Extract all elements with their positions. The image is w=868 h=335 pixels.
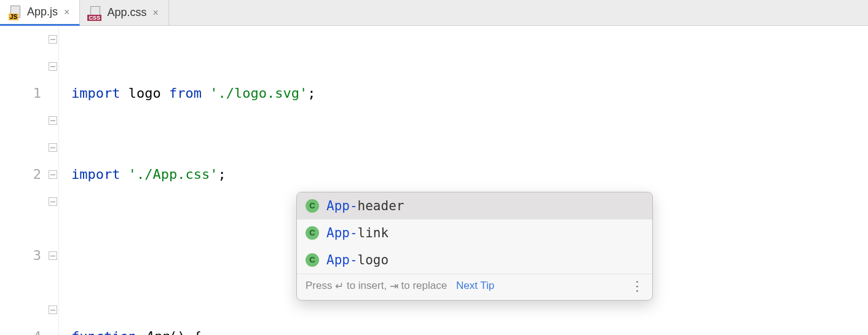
tab-bar: App.js × App.css ×: [0, 0, 868, 26]
autocomplete-item[interactable]: C App-link: [297, 219, 652, 246]
line-number: 3: [0, 242, 41, 269]
autocomplete-hint: Press ↵ to insert, ⇥ to replace Next Tip: [306, 277, 494, 295]
autocomplete-popup: C App-header C App-link C App-logo Press…: [296, 192, 653, 301]
line-number: 4: [0, 323, 41, 335]
gutter: 1 2 3 4 5 6 7 8 9 10 11: [0, 26, 59, 335]
fold-handle-icon[interactable]: [49, 62, 57, 71]
tab-label: App.js: [27, 6, 58, 18]
enter-key-icon: ↵: [335, 277, 344, 296]
line-number: 2: [0, 161, 41, 188]
fold-handle-icon[interactable]: [49, 305, 57, 314]
css-class-icon: C: [306, 253, 319, 267]
tab-app-js[interactable]: App.js ×: [0, 0, 80, 26]
code-line: function App() {: [71, 323, 868, 335]
code-line: import './App.css';: [71, 161, 868, 188]
autocomplete-footer: Press ↵ to insert, ⇥ to replace Next Tip…: [297, 274, 652, 300]
autocomplete-item-label: App-link: [326, 221, 389, 245]
tab-key-icon: ⇥: [390, 277, 398, 296]
autocomplete-item[interactable]: C App-logo: [297, 246, 652, 274]
fold-handle-icon[interactable]: [49, 116, 57, 125]
js-file-icon: [9, 6, 22, 19]
autocomplete-item[interactable]: C App-header: [297, 192, 652, 219]
close-icon[interactable]: ×: [151, 8, 159, 18]
tab-app-css[interactable]: App.css ×: [80, 0, 168, 25]
code-line: import logo from './logo.svg';: [71, 80, 868, 107]
fold-column: [47, 26, 58, 335]
css-class-icon: C: [306, 226, 319, 240]
css-file-icon: [89, 6, 102, 20]
fold-handle-icon[interactable]: [49, 197, 57, 206]
tab-label: App.css: [107, 6, 146, 19]
fold-handle-icon[interactable]: [49, 251, 57, 260]
autocomplete-item-label: App-header: [326, 194, 404, 218]
autocomplete-item-label: App-logo: [326, 248, 389, 272]
next-tip-link[interactable]: Next Tip: [456, 280, 494, 291]
css-class-icon: C: [306, 199, 319, 213]
more-options-icon[interactable]: ⋯: [628, 280, 647, 292]
fold-handle-icon[interactable]: [49, 35, 57, 44]
line-number: 1: [0, 80, 41, 107]
fold-handle-icon[interactable]: [49, 170, 57, 179]
close-icon[interactable]: ×: [63, 7, 71, 17]
fold-handle-icon[interactable]: [49, 143, 57, 152]
